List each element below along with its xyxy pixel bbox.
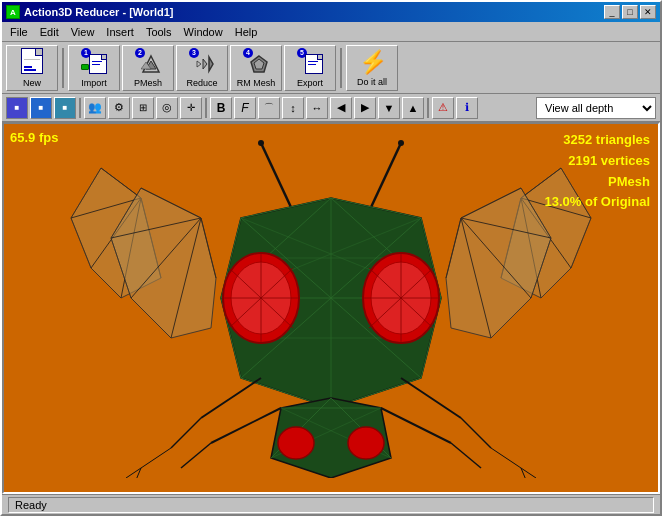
svg-marker-4 <box>203 59 207 69</box>
view-sep-3 <box>427 98 429 118</box>
pmesh-button[interactable]: 2 PMesh <box>122 45 174 91</box>
rmmesh-button[interactable]: 4 RM Mesh <box>230 45 282 91</box>
next-icon: ▶ <box>361 101 369 114</box>
view-bold-btn[interactable]: B <box>210 97 232 119</box>
menu-file[interactable]: File <box>4 22 34 41</box>
warning-icon: ⚠ <box>438 101 448 114</box>
title-bar-left: A Action3D Reducer - [World1] <box>6 5 174 19</box>
view-toolbar: ■ ■ ■ 👥 ⚙ ⊞ ◎ ✛ B F ⌒ <box>2 94 660 122</box>
status-text: Ready <box>15 499 47 511</box>
gear-icon: ⚙ <box>114 101 124 114</box>
italic-icon: F <box>241 101 248 115</box>
view-sep-1 <box>79 98 81 118</box>
status-bar: Ready <box>2 494 660 514</box>
view-gear-btn[interactable]: ⚙ <box>108 97 130 119</box>
view-people-btn[interactable]: 👥 <box>84 97 106 119</box>
title-bar: A Action3D Reducer - [World1] _ □ ✕ <box>2 2 660 22</box>
doitall-label: Do it all <box>357 77 387 87</box>
arrow-icon: ↔ <box>312 102 323 114</box>
close-button[interactable]: ✕ <box>640 5 656 19</box>
svg-marker-3 <box>209 57 213 71</box>
view-down-btn[interactable]: ▼ <box>378 97 400 119</box>
bold-icon: B <box>217 101 226 115</box>
reduce-button[interactable]: 3 Reduce <box>176 45 228 91</box>
texture-icon: ■ <box>63 103 68 112</box>
view-arrow-btn[interactable]: ↔ <box>306 97 328 119</box>
view-solid-btn[interactable]: ■ <box>30 97 52 119</box>
arch-icon: ⌒ <box>264 101 274 115</box>
view-warning-btn[interactable]: ⚠ <box>432 97 454 119</box>
up-icon: ▲ <box>408 102 419 114</box>
export-button[interactable]: 5 Export <box>284 45 336 91</box>
doitall-button[interactable]: ⚡ Do it all <box>346 45 398 91</box>
view-sep-2 <box>205 98 207 118</box>
view-texture-btn[interactable]: ■ <box>54 97 76 119</box>
main-toolbar: New 1 Import 2 <box>2 42 660 94</box>
prev-icon: ◀ <box>337 101 345 114</box>
import-label: Import <box>81 78 107 88</box>
view-arch-btn[interactable]: ⌒ <box>258 97 280 119</box>
reduce-label: Reduce <box>186 78 217 88</box>
view-up-btn[interactable]: ▲ <box>402 97 424 119</box>
view-next-btn[interactable]: ▶ <box>354 97 376 119</box>
cursor-icon: ↕ <box>290 102 296 114</box>
view-target-btn[interactable]: ◎ <box>156 97 178 119</box>
view-depth-select[interactable]: View all depth View front View back View… <box>536 97 656 119</box>
menu-view[interactable]: View <box>65 22 101 41</box>
title-controls: _ □ ✕ <box>604 5 656 19</box>
minimize-button[interactable]: _ <box>604 5 620 19</box>
menu-bar: File Edit View Insert Tools Window Help <box>2 22 660 42</box>
rmmesh-label: RM Mesh <box>237 78 276 88</box>
viewport[interactable]: 65.9 fps 3252 triangles 2191 vertices PM… <box>2 122 660 494</box>
pmesh-label: PMesh <box>134 78 162 88</box>
view-italic-btn[interactable]: F <box>234 97 256 119</box>
new-label: New <box>23 78 41 88</box>
wireframe-icon: ■ <box>15 103 20 112</box>
viewport-border <box>2 122 660 494</box>
menu-help[interactable]: Help <box>229 22 264 41</box>
view-wireframe-btn[interactable]: ■ <box>6 97 28 119</box>
export-label: Export <box>297 78 323 88</box>
cross-icon: ✛ <box>187 102 195 113</box>
import-button[interactable]: 1 Import <box>68 45 120 91</box>
lightning-icon: ⚡ <box>359 49 386 75</box>
target-icon: ◎ <box>162 101 172 114</box>
grid-icon: ⊞ <box>139 102 147 113</box>
view-grid-btn[interactable]: ⊞ <box>132 97 154 119</box>
status-panel: Ready <box>8 497 654 513</box>
new-button[interactable]: New <box>6 45 58 91</box>
app-icon: A <box>6 5 20 19</box>
info-icon: ℹ <box>465 101 469 114</box>
toolbar-sep-2 <box>340 48 342 88</box>
people-icon: 👥 <box>88 101 102 114</box>
toolbar-sep-1 <box>62 48 64 88</box>
view-cursor-btn[interactable]: ↕ <box>282 97 304 119</box>
menu-edit[interactable]: Edit <box>34 22 65 41</box>
view-info-btn[interactable]: ℹ <box>456 97 478 119</box>
window-title: Action3D Reducer - [World1] <box>24 6 174 18</box>
svg-marker-5 <box>197 61 201 67</box>
view-prev-btn[interactable]: ◀ <box>330 97 352 119</box>
menu-tools[interactable]: Tools <box>140 22 178 41</box>
view-cross-btn[interactable]: ✛ <box>180 97 202 119</box>
maximize-button[interactable]: □ <box>622 5 638 19</box>
solid-icon: ■ <box>39 103 44 112</box>
down-icon: ▼ <box>384 102 395 114</box>
main-window: A Action3D Reducer - [World1] _ □ ✕ File… <box>0 0 662 516</box>
menu-window[interactable]: Window <box>178 22 229 41</box>
menu-insert[interactable]: Insert <box>100 22 140 41</box>
